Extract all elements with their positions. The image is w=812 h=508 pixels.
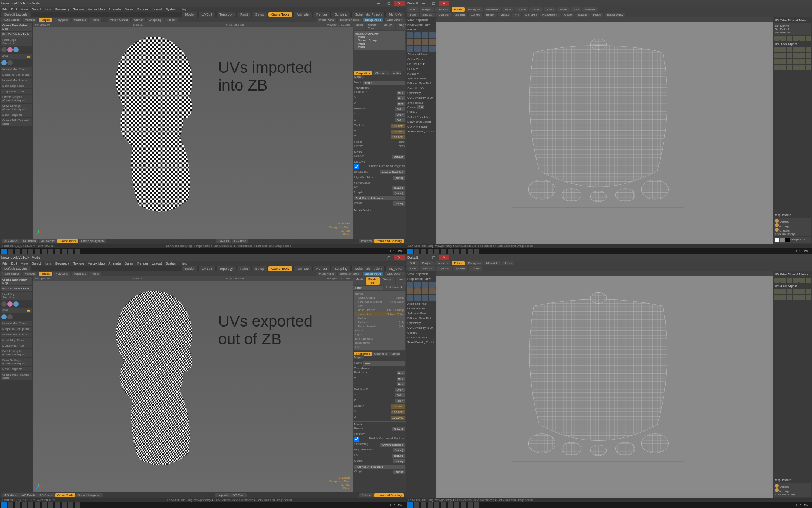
vertices-mode[interactable]: Vertices [23, 272, 37, 276]
layouts-btn[interactable]: Layouts [216, 239, 231, 243]
taskbar-app[interactable] [68, 249, 73, 254]
minimize-button[interactable]: — [373, 255, 384, 260]
uv-canvas[interactable] [439, 22, 770, 241]
color-grey[interactable] [780, 238, 785, 242]
setup-mode[interactable]: Setup Mode [363, 18, 383, 22]
taskbar-app[interactable] [48, 502, 53, 508]
taskbar-app[interactable] [15, 249, 20, 254]
block-btn[interactable] [793, 59, 799, 64]
select-error-uvs[interactable]: Select Error UVs [407, 115, 436, 119]
align-btn[interactable] [780, 278, 786, 283]
menu-file[interactable]: File [2, 262, 8, 265]
palettes-btn[interactable]: Palettes [359, 493, 374, 497]
minimize-button[interactable]: — [418, 1, 429, 6]
taskbar-app[interactable] [75, 502, 80, 508]
image-size[interactable]: Image Size [790, 238, 811, 242]
block-btn[interactable] [799, 65, 805, 70]
color-black[interactable] [785, 238, 790, 242]
menu-select[interactable]: Select [32, 262, 41, 265]
drop-action[interactable]: Drop Action [385, 18, 405, 22]
block-btn[interactable] [780, 65, 786, 70]
taskbar-app[interactable] [461, 249, 466, 254]
action-icon-2[interactable] [7, 60, 13, 65]
axis-gizmo-icon[interactable] [35, 229, 42, 236]
center[interactable]: Center [132, 18, 145, 22]
menu-geometry[interactable]: Geometry [55, 262, 70, 265]
menu-vertexmap[interactable]: Vertex Map [88, 262, 105, 265]
taskbar-app[interactable] [55, 249, 60, 254]
polygons-mode[interactable]: Polygons [53, 18, 70, 22]
taskbar-app[interactable] [421, 249, 426, 254]
align-btn[interactable] [787, 36, 792, 41]
tab-model[interactable]: Model [182, 12, 197, 17]
taskbar-app[interactable] [68, 502, 73, 508]
uv-project[interactable]: Project [420, 7, 434, 12]
sphere-blue-icon[interactable] [13, 301, 19, 307]
start-button[interactable] [1, 502, 7, 508]
ag-model[interactable]: AG Model [2, 493, 20, 497]
viewport-canvas-b[interactable]: UVs exported out of ZB All EdgesPolygons… [33, 281, 353, 493]
smooth-uvs[interactable]: Smooth UVs [407, 86, 436, 90]
uv-scatter[interactable]: Scatter [575, 13, 589, 17]
block-btn[interactable] [806, 295, 811, 300]
align-btn[interactable] [774, 278, 780, 283]
block-btn[interactable] [793, 47, 799, 52]
uv-polygons[interactable]: Polygons [466, 7, 483, 12]
rot-y[interactable]: 0.0 ° [395, 393, 405, 397]
taskbar-app[interactable] [35, 502, 40, 508]
align-btn[interactable] [799, 36, 805, 41]
lp-create-vmap[interactable]: Create New Vertex Map [1, 277, 32, 285]
taskbar-app[interactable] [434, 249, 439, 254]
enable-cr-checkbox[interactable] [354, 437, 359, 442]
morph-to-set-value[interactable]: [none] [22, 73, 30, 76]
menu-game[interactable]: Game [125, 7, 134, 11]
scale-x[interactable]: 100.0 % [391, 124, 405, 128]
uv-smooth[interactable]: Smooth [420, 13, 435, 17]
tab-topology[interactable]: Topology [217, 12, 236, 17]
freeze-btn[interactable]: Freeze [354, 144, 363, 148]
block-btn[interactable] [799, 53, 805, 58]
lp-flip-out[interactable]: Flip Out Vertex Tools [1, 32, 32, 37]
taskbar-app[interactable] [441, 502, 446, 508]
fit-dropdown[interactable]: Fit ▼ [418, 62, 425, 66]
menu-texture[interactable]: Texture [73, 262, 84, 265]
sphere-icon[interactable] [1, 301, 7, 307]
proj-btn[interactable] [414, 32, 421, 38]
rot-y[interactable]: 0.0 ° [395, 113, 405, 117]
block-btn[interactable] [806, 289, 811, 294]
morph-to-set-value[interactable]: [none] [22, 327, 30, 331]
proj-btn[interactable] [429, 282, 436, 288]
uv-vertices[interactable]: Vertices [435, 7, 450, 12]
pos-z[interactable]: 0 m [397, 102, 405, 106]
uv-falloff[interactable]: Falloff [557, 7, 570, 12]
uv-edges[interactable]: Edges [452, 261, 465, 265]
taskbar-app[interactable] [454, 249, 459, 254]
enable-cr-checkbox[interactable] [354, 164, 359, 169]
action-center[interactable]: Action Center [108, 18, 130, 22]
uv-edges[interactable]: Edges [452, 7, 465, 12]
uv-canvas-b[interactable] [439, 276, 770, 495]
taskbar-app[interactable] [42, 502, 47, 508]
menu-system[interactable]: System [166, 7, 177, 11]
uv-vertex[interactable]: Vertex [498, 13, 511, 17]
taskbar-app[interactable] [15, 502, 20, 508]
proj-btn[interactable] [414, 288, 421, 294]
uv-tube[interactable]: Tube [407, 13, 419, 17]
ag-brush[interactable]: AG Brush [21, 239, 38, 243]
taskbar-app[interactable] [8, 249, 13, 254]
menu-animate[interactable]: Animate [108, 262, 121, 265]
uv-items[interactable]: Items [502, 7, 514, 12]
block-btn[interactable] [787, 295, 792, 300]
average[interactable]: Average [779, 489, 790, 493]
align-btn[interactable] [799, 278, 805, 283]
menu-render[interactable]: Render [137, 7, 148, 11]
proj-btn[interactable] [429, 288, 436, 294]
scale-y[interactable]: 100.0 % [391, 130, 405, 134]
proj-btn[interactable] [422, 295, 428, 301]
start-button[interactable] [407, 502, 413, 508]
uv-materials[interactable]: Materials [484, 7, 501, 12]
flip-v[interactable]: V [416, 67, 418, 71]
block-btn[interactable] [780, 295, 786, 300]
tree-scene[interactable]: larsenboyUVs.lxo* [355, 32, 404, 35]
taskbar-app[interactable] [42, 249, 47, 254]
